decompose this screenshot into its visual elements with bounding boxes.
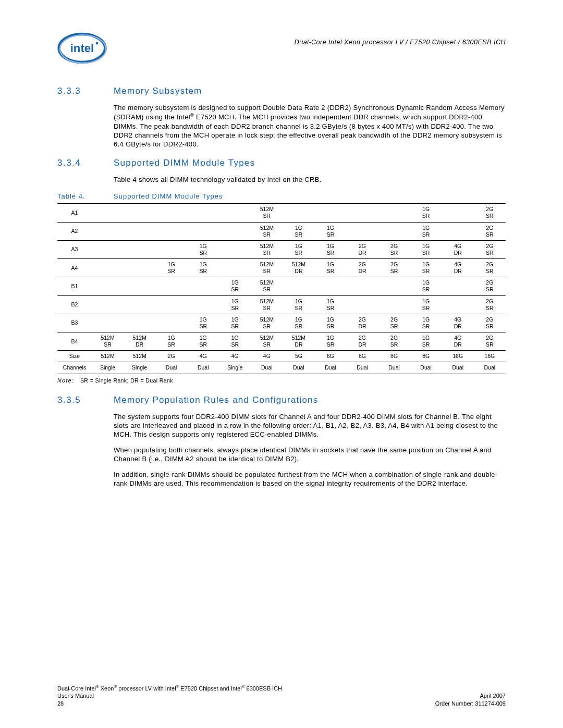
table-cell: Dual [410,362,442,374]
table-cell: 16G [442,351,474,362]
table-cell [92,277,124,295]
table-cell: Single [92,362,124,374]
row-label: A4 [57,259,92,277]
svg-text:intel: intel [70,42,94,55]
row-label: B3 [57,314,92,332]
table-cell: 2GDR [347,332,378,351]
table-cell: 512MDR [283,332,314,351]
table-cell: 4G [187,351,219,362]
table-cell: 2GSR [474,332,506,351]
table-cell [124,259,155,277]
table-cell: 4GDR [442,332,474,351]
table-cell: 4GDR [442,259,474,277]
section-title: Memory Subsystem [114,86,202,96]
table-cell [187,222,219,240]
table-cell: 2GSR [378,314,410,332]
table-cell [92,259,124,277]
row-label: A1 [57,204,92,222]
table-cell: 8G [347,351,378,362]
svg-point-3 [96,42,99,45]
table4-note: Note: SR = Single Rank; DR = Dual Rank [57,377,506,384]
row-label: A3 [57,240,92,258]
table-cell: 4G [219,351,251,362]
table-cell: Dual [251,362,283,374]
table-cell: 1GSR [410,259,442,277]
table-cell: 512MSR [251,240,283,258]
table-cell: 512MSR [251,314,283,332]
row-label: A2 [57,222,92,240]
table-cell [187,295,219,314]
table-cell: 8G [378,351,410,362]
table-cell: 512MDR [283,259,314,277]
table4-caption: Table 4. Supported DIMM Module Types [57,192,506,200]
table-cell: Dual [378,362,410,374]
section-333-heading: 3.3.3 Memory Subsystem [57,86,506,96]
table-label: Table 4. [57,192,114,200]
section-title: Memory Population Rules and Configuratio… [114,395,318,405]
table-cell [347,222,378,240]
table-cell [92,240,124,258]
table-cell: 4G [251,351,283,362]
table-cell [219,259,251,277]
section-335-heading: 3.3.5 Memory Population Rules and Config… [57,395,506,405]
table-cell [155,277,187,295]
page-footer: Dual-Core Intel® Xeon® processor LV with… [57,684,506,707]
table-cell: 512MSR [92,332,124,351]
section-335-p2: When populating both channels, always pl… [114,446,506,463]
table-cell: 2GSR [474,295,506,314]
intel-logo: intel [57,31,107,65]
table-cell [378,277,410,295]
table-cell: 2GSR [378,240,410,258]
table-cell: 2GSR [474,259,506,277]
row-label: B2 [57,295,92,314]
table-cell [219,204,251,222]
table-title: Supported DIMM Module Types [114,192,223,200]
table-cell: 2GDR [347,314,378,332]
footer-users-manual: User's Manual [57,692,94,699]
table-cell [442,277,474,295]
page-header: intel Dual-Core Intel Xeon processor LV … [57,31,506,65]
row-label: Size [57,351,92,362]
table-cell [124,204,155,222]
table-cell: 2GDR [347,240,378,258]
table-cell: 1GSR [314,314,346,332]
dimm-table: A1512MSR1GSR2GSRA2512MSR1GSR1GSR1GSR2GSR… [57,203,506,374]
table-cell [378,204,410,222]
table-row: Size512M512M2G4G4G4G5G6G8G8G8G16G16G [57,351,506,362]
table-cell: 1GSR [410,295,442,314]
table-cell: 512MSR [251,204,283,222]
section-title: Supported DIMM Module Types [114,158,255,168]
table-cell: 1GSR [283,222,314,240]
table-cell: 512MSR [251,295,283,314]
table-cell: Single [219,362,251,374]
section-number: 3.3.3 [57,86,114,96]
table-cell: 2GSR [474,277,506,295]
table-cell: 6G [314,351,346,362]
table-cell: Dual [347,362,378,374]
table-cell: 1GSR [219,332,251,351]
table-cell [347,295,378,314]
table-cell: 4GDR [442,240,474,258]
table-row: A31GSR512MSR1GSR1GSR2GDR2GSR1GSR4GDR2GSR [57,240,506,258]
table-cell [155,204,187,222]
table-cell: 1GSR [219,314,251,332]
table-cell: 512MSR [251,259,283,277]
table-cell [314,277,346,295]
table-cell: 2GSR [378,259,410,277]
table-cell: 512M [124,351,155,362]
table-cell [219,222,251,240]
table-cell: 1GSR [314,295,346,314]
table-cell: 4GDR [442,314,474,332]
table-cell: Single [124,362,155,374]
table-cell [155,240,187,258]
table-cell [187,277,219,295]
table-cell [155,314,187,332]
table-cell [124,314,155,332]
table-cell: 1GSR [219,295,251,314]
table-cell: 512MSR [251,332,283,351]
footer-line1: Dual-Core Intel® Xeon® processor LV with… [57,684,282,692]
table-cell: 1GSR [410,277,442,295]
table-cell: Dual [283,362,314,374]
section-335-p3: In addition, single-rank DIMMs should be… [114,470,506,488]
table-cell [314,204,346,222]
